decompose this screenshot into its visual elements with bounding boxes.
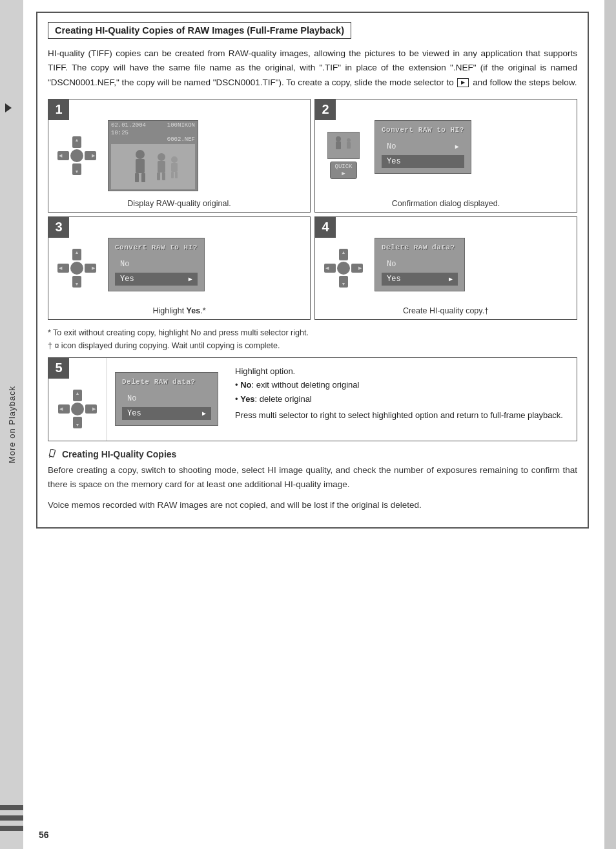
dialog-3-no: No (115, 258, 198, 271)
step-3-bold: Yes (187, 306, 201, 315)
dpad5-right-arrow: ▶ (92, 406, 96, 412)
step-3-caption: Highlight Yes.* (48, 304, 310, 319)
step-4-content: ▲ ▼ ◀ ▶ Delete RAW data? (315, 217, 577, 304)
dpad4-left-arrow: ◀ (325, 266, 329, 271)
svg-point-8 (171, 156, 178, 163)
quick-label: QUICK (334, 163, 352, 170)
step-4-box: 4 ▲ ▼ ◀ ▶ (314, 216, 577, 320)
dpad-right-arrow: ▶ (92, 153, 95, 158)
hi-quality-para2: Voice memos recorded with RAW images are… (48, 498, 577, 512)
dialog-3: Convert RAW to HI? No Yes ▶ (108, 238, 205, 291)
step-3-number: 3 (48, 217, 69, 238)
step-5-number: 5 (48, 358, 69, 379)
hi-quality-para1: Before creating a copy, switch to shooti… (48, 463, 577, 492)
step-3-box: 3 ▲ ▼ ◀ ▶ (48, 216, 311, 320)
mode-selector-icon (457, 78, 469, 87)
hi-quality-note-title: Creating HI-Quality Copies (48, 449, 577, 459)
svg-rect-15 (347, 142, 351, 149)
small-screen-2 (327, 132, 360, 159)
intro-paragraph: HI-quality (TIFF) copies can be created … (48, 47, 577, 90)
dialog-3-title: Convert RAW to HI? (115, 244, 198, 251)
dialog-2-yes: Yes (382, 155, 464, 168)
dpad5-down-arrow: ▼ (76, 423, 80, 427)
hi-quality-note-section: Creating HI-Quality Copies Before creati… (48, 449, 577, 513)
step5-line4: Press multi selector to right to select … (235, 408, 568, 422)
cam-footer: r8M RAW 2/ 4 (108, 191, 198, 191)
dpad-center (70, 149, 83, 162)
step5-yes-bold: Yes (240, 394, 254, 404)
left-sidebar: More on Playback (0, 0, 23, 849)
dialog-3-yes: Yes ▶ (115, 273, 198, 286)
step-1-number: 1 (48, 100, 69, 120)
step-4-number: 4 (315, 217, 336, 238)
star-note: * To exit without creating copy, highlig… (48, 326, 577, 339)
svg-point-0 (136, 150, 145, 159)
dpad-4: ▲ ▼ ◀ ▶ (324, 249, 363, 288)
dpad5-up-arrow: ▲ (76, 391, 80, 395)
main-content: Creating HI-Quality Copies of RAW Images… (23, 0, 604, 849)
step-2-caption: Confirmation dialog displayed. (315, 196, 577, 212)
dpad3-right-arrow: ▶ (92, 266, 95, 271)
svg-rect-7 (162, 173, 165, 180)
step-2-dialog: Convert RAW to HI? No ▶ Yes (369, 102, 574, 194)
dialog-3-options: No Yes ▶ (115, 258, 198, 286)
small-person (331, 135, 356, 156)
step-4-dialog: Delete RAW data? No Yes ▶ (369, 220, 574, 301)
dialog-2: Convert RAW to HI? No ▶ Yes (375, 120, 471, 174)
svg-point-4 (158, 153, 165, 161)
intro-text-part2: and follow the steps below. (473, 78, 577, 87)
cam-file: 0002.NEF (108, 136, 198, 143)
step5-line1: Highlight option. (235, 364, 568, 378)
dpad-3: ▲ ▼ ◀ ▶ (57, 249, 96, 288)
svg-point-12 (336, 136, 341, 142)
step-1-screen: 02.01.2004 100NIKON 10:25 0002.NEF (103, 102, 307, 194)
pencil-icon (48, 449, 58, 459)
dialog-2-no-arrow: ▶ (455, 143, 459, 151)
step-5-dpad: ▲ ▼ ◀ ▶ (58, 390, 97, 428)
dpad4-right-arrow: ▶ (358, 266, 362, 271)
svg-rect-11 (175, 172, 178, 178)
dialog-5-options: No Yes ▶ (122, 392, 211, 420)
step-3-content: ▲ ▼ ◀ ▶ Convert RAW to HI? (48, 217, 310, 304)
dialog-3-yes-arrow: ▶ (189, 275, 192, 283)
step-5-left: 5 ▲ ▼ ◀ ▶ (48, 358, 107, 441)
page-number: 56 (39, 830, 49, 840)
dialog-4: Delete RAW data? No Yes ▶ (375, 238, 465, 291)
camera-display-1: 02.01.2004 100NIKON 10:25 0002.NEF (108, 120, 198, 191)
svg-rect-2 (135, 173, 139, 182)
cam-info: 100NIKON (167, 122, 195, 129)
svg-rect-1 (136, 159, 145, 173)
cam-date: 02.01.2004 (111, 122, 146, 129)
step5-no-bold: No (240, 380, 251, 390)
cam-image-area (111, 144, 195, 189)
svg-point-14 (347, 138, 351, 142)
step-4-caption: Create HI-quality copy.† (315, 304, 577, 319)
svg-rect-3 (141, 173, 145, 182)
sidebar-label: More on Playback (5, 381, 19, 468)
notes-section: * To exit without creating copy, highlig… (48, 326, 577, 352)
step-1-caption: Display RAW-quality original. (48, 196, 310, 212)
section-title: Creating HI-Quality Copies of RAW Images… (48, 22, 351, 39)
step-5-dialog: Delete RAW data? No Yes ▶ (107, 358, 226, 441)
dialog-5: Delete RAW data? No Yes ▶ (115, 372, 218, 426)
steps-grid: 1 ▲ ▼ ◀ ▶ (48, 99, 577, 320)
dpad-left-arrow: ◀ (59, 153, 62, 158)
step-3-dialog: Convert RAW to HI? No Yes ▶ (103, 220, 307, 301)
step-5-description: Highlight option. • No: exit without del… (226, 358, 577, 441)
dialog-2-title: Convert RAW to HI? (382, 126, 464, 134)
dialog-4-yes: Yes ▶ (382, 273, 458, 286)
svg-rect-13 (336, 142, 341, 149)
sidebar-triangle-icon (5, 103, 12, 112)
svg-rect-5 (158, 161, 165, 173)
dialog-4-yes-arrow: ▶ (449, 275, 453, 283)
step-2-content: QUICK ▶ Convert RAW to HI? No ▶ (315, 100, 577, 196)
quick-button[interactable]: QUICK ▶ (330, 162, 356, 179)
dpad-down-arrow: ▼ (75, 169, 79, 174)
step-5-box: 5 ▲ ▼ ◀ ▶ (48, 357, 577, 441)
dialog-4-no: No (382, 258, 458, 271)
dialog-2-options: No ▶ Yes (382, 140, 464, 168)
dpad5-left-arrow: ◀ (59, 406, 63, 412)
dialog-5-no: No (122, 392, 211, 405)
cam-time: 10:25 (108, 130, 198, 136)
step5-line2: • No: exit without deleting original (235, 378, 568, 392)
